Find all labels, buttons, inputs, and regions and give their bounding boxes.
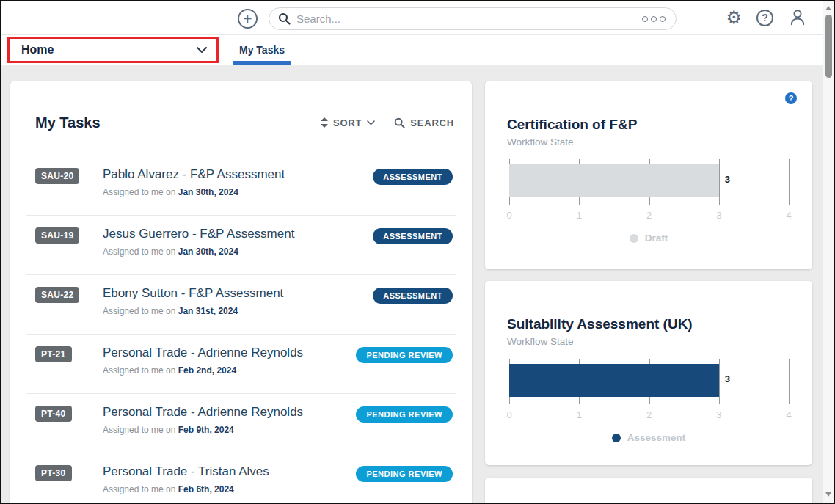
nav-row: Home My Tasks xyxy=(1,35,834,65)
x-axis: 0 1 2 3 4 xyxy=(509,210,789,222)
legend-dot xyxy=(612,434,621,442)
task-title: Jesus Guerrero - F&P Assessment xyxy=(103,226,373,242)
chart-subtitle: Workflow State xyxy=(485,332,812,347)
active-tab-underline xyxy=(233,61,291,65)
chart-title: Certification of F&P xyxy=(485,81,812,133)
axis-tick xyxy=(719,159,720,205)
chart-legend: Assessment xyxy=(485,432,812,443)
task-row[interactable]: PT-30 Personal Trade - Tristan Alves Ass… xyxy=(26,453,456,504)
x-axis: 0 1 2 3 4 xyxy=(509,409,789,421)
vertical-scrollbar[interactable] xyxy=(823,1,834,503)
task-id-badge: PT-21 xyxy=(35,346,72,362)
task-assigned-date: Assigned to me on Jan 30th, 2024 xyxy=(103,246,373,257)
task-title: Pablo Alvarez - F&P Assessment xyxy=(103,167,373,183)
chart-card-suitability: Suitability Assessment (UK) Workflow Sta… xyxy=(485,281,812,465)
chart-title: Suitability Assessment (UK) xyxy=(485,281,812,332)
plus-icon: + xyxy=(243,11,252,26)
top-bar: + ⚙ ? xyxy=(1,1,834,35)
axis-tick xyxy=(719,359,720,404)
help-icon[interactable]: ? xyxy=(756,10,773,26)
scroll-down-arrow-icon[interactable] xyxy=(825,492,831,497)
bar-value-label: 3 xyxy=(725,174,730,185)
global-search-bar[interactable] xyxy=(269,7,677,30)
status-badge: ASSESSMENT xyxy=(373,169,453,185)
bar-chart: 3 xyxy=(509,159,789,205)
sort-arrows-icon xyxy=(321,117,328,128)
status-badge: PENDING REVIEW xyxy=(356,347,453,363)
status-badge: PENDING REVIEW xyxy=(356,406,453,423)
search-input[interactable] xyxy=(296,12,642,25)
task-row[interactable]: PT-40 Personal Trade - Adrienne Reynolds… xyxy=(26,394,456,453)
more-search-options-icon[interactable] xyxy=(642,16,666,22)
task-assigned-date: Assigned to me on Jan 30th, 2024 xyxy=(103,187,373,197)
chart-card-certification: ? Certification of F&P Workflow State 3 … xyxy=(485,81,812,269)
bar-assessment xyxy=(509,364,719,397)
axis-tick xyxy=(789,159,790,205)
user-profile-icon[interactable] xyxy=(788,8,807,27)
app-window: + ⚙ ? Home xyxy=(0,0,835,504)
tab-my-tasks[interactable]: My Tasks xyxy=(235,35,289,65)
my-tasks-panel: My Tasks SORT S xyxy=(10,81,472,504)
status-badge: ASSESSMENT xyxy=(373,228,453,244)
task-id-badge: SAU-22 xyxy=(35,287,79,303)
chart-legend: Draft xyxy=(485,233,812,244)
task-list: SAU-20 Pablo Alvarez - F&P Assessment As… xyxy=(26,156,456,504)
task-title: Personal Trade - Adrienne Reynolds xyxy=(103,404,356,420)
task-id-badge: SAU-20 xyxy=(35,168,79,184)
sort-button[interactable]: SORT xyxy=(321,117,375,128)
status-badge: ASSESSMENT xyxy=(373,288,453,304)
task-assigned-date: Assigned to me on Feb 9th, 2024 xyxy=(103,425,356,435)
axis-tick xyxy=(789,359,790,404)
create-new-icon[interactable]: + xyxy=(238,9,258,29)
task-title: Personal Trade - Adrienne Reynolds xyxy=(103,345,356,361)
task-title: Ebony Sutton - F&P Assessment xyxy=(103,285,373,302)
task-title: Personal Trade - Tristan Alves xyxy=(103,464,356,480)
task-row[interactable]: PT-21 Personal Trade - Adrienne Reynolds… xyxy=(26,335,456,393)
home-dropdown-label: Home xyxy=(21,43,54,56)
help-tooltip-icon[interactable]: ? xyxy=(785,92,797,104)
task-assigned-date: Assigned to me on Jan 31st, 2024 xyxy=(103,306,373,316)
task-id-badge: PT-30 xyxy=(35,465,72,481)
legend-dot xyxy=(630,234,638,243)
search-icon xyxy=(278,12,291,25)
chevron-down-icon xyxy=(367,120,375,125)
task-id-badge: PT-40 xyxy=(35,406,72,422)
chart-card-partial xyxy=(485,478,812,504)
task-id-badge: SAU-19 xyxy=(35,227,79,244)
legend-label: Draft xyxy=(645,233,668,244)
top-bar-actions: ⚙ ? xyxy=(726,8,807,27)
settings-gear-icon[interactable]: ⚙ xyxy=(726,8,742,27)
status-badge: PENDING REVIEW xyxy=(356,466,453,482)
task-assigned-date: Assigned to me on Feb 2nd, 2024 xyxy=(103,365,356,376)
task-row[interactable]: SAU-20 Pablo Alvarez - F&P Assessment As… xyxy=(26,156,456,215)
my-tasks-header: My Tasks SORT S xyxy=(10,81,472,156)
bar-chart: 3 xyxy=(509,359,789,404)
scroll-up-arrow-icon[interactable] xyxy=(825,6,831,10)
home-dropdown[interactable]: Home xyxy=(7,37,219,63)
bar-value-label: 3 xyxy=(725,373,730,384)
panel-title: My Tasks xyxy=(35,114,101,131)
search-icon xyxy=(394,117,405,128)
bar-draft xyxy=(509,164,719,197)
search-tasks-button[interactable]: SEARCH xyxy=(394,117,454,128)
task-row[interactable]: SAU-22 Ebony Sutton - F&P Assessment Ass… xyxy=(26,275,456,334)
task-row[interactable]: SAU-19 Jesus Guerrero - F&P Assessment A… xyxy=(26,216,456,274)
chart-subtitle: Workflow State xyxy=(485,133,812,147)
chevron-down-icon xyxy=(196,46,208,54)
scrollbar-thumb[interactable] xyxy=(825,15,832,78)
legend-label: Assessment xyxy=(627,432,686,443)
task-assigned-date: Assigned to me on Feb 6th, 2024 xyxy=(103,484,356,494)
